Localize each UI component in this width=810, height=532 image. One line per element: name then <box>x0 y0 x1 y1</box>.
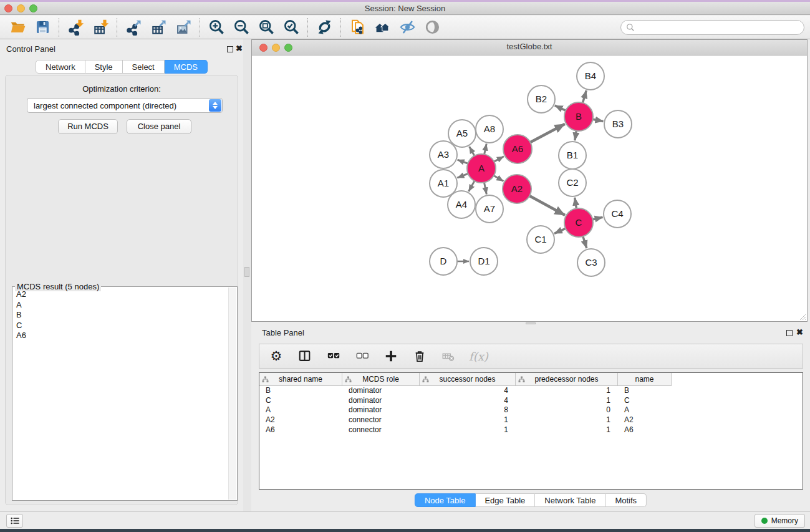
table-cell[interactable]: connector <box>342 425 420 435</box>
table-row[interactable]: Bdominator41B <box>259 386 803 396</box>
tab-network[interactable]: Network <box>36 60 85 74</box>
status-bar: Memory <box>0 511 810 529</box>
table-cell[interactable]: C <box>618 396 672 406</box>
delete-table-icon[interactable] <box>440 348 456 364</box>
graph-node-label-B3: B3 <box>612 118 624 129</box>
table-cell[interactable]: dominator <box>342 405 420 415</box>
criterion-dropdown[interactable]: largest connected component (directed) <box>27 98 223 113</box>
run-mcds-button[interactable]: Run MCDS <box>58 119 118 134</box>
table-cell[interactable]: A6 <box>618 425 672 435</box>
task-history-button[interactable] <box>6 514 23 528</box>
table-cell[interactable]: B <box>618 386 672 396</box>
table-cell[interactable]: connector <box>342 415 420 425</box>
import-network-button[interactable] <box>63 17 88 38</box>
zoom-in-button[interactable] <box>204 17 229 38</box>
tab-network-table[interactable]: Network Table <box>535 493 605 507</box>
float-table-panel-icon[interactable] <box>786 330 793 336</box>
result-list-item[interactable]: A2 <box>12 289 228 300</box>
table-cell[interactable]: 1 <box>420 425 516 435</box>
table-mode-icon[interactable]: ⚙ <box>268 348 284 364</box>
show-columns-icon[interactable] <box>297 348 313 364</box>
table-cell[interactable]: 0 <box>516 405 618 415</box>
memory-label: Memory <box>771 516 798 525</box>
table-cell[interactable]: 1 <box>516 425 618 435</box>
network-view-window: testGlobe.txt A5A8A6A3AA1A2A4A7B2B4BB3B1… <box>251 39 808 322</box>
export-image-button[interactable] <box>171 17 196 38</box>
close-panel-button[interactable]: Close panel <box>127 119 191 134</box>
column-header-MCDS-role[interactable]: MCDS role <box>342 373 420 386</box>
resize-grip-icon[interactable] <box>798 312 806 321</box>
graph-node-label-A8: A8 <box>484 123 495 134</box>
result-list-scrollbar[interactable] <box>228 288 236 500</box>
vertical-split-divider[interactable] <box>243 39 251 511</box>
zoom-selected-button[interactable] <box>279 17 304 38</box>
memory-button[interactable]: Memory <box>755 514 805 528</box>
close-panel-icon[interactable]: ✖ <box>236 44 243 53</box>
result-list-item[interactable]: C <box>12 321 228 331</box>
table-cell[interactable]: A <box>618 405 672 415</box>
open-session-button[interactable] <box>5 17 30 38</box>
tab-motifs[interactable]: Motifs <box>605 493 647 507</box>
result-list-item[interactable]: A <box>12 300 228 311</box>
table-cell[interactable]: 4 <box>420 386 516 396</box>
mcds-tab-content: Optimization criterion: largest connecte… <box>5 75 238 505</box>
divider-handle[interactable] <box>526 322 536 324</box>
table-row[interactable]: Adominator80A <box>259 405 803 415</box>
select-all-icon[interactable] <box>325 348 342 364</box>
table-cell[interactable]: 4 <box>420 396 516 406</box>
divider-handle[interactable] <box>244 267 249 277</box>
table-row[interactable]: A6connector11A6 <box>259 425 803 435</box>
table-cell[interactable]: 1 <box>516 396 618 406</box>
new-network-from-selection-button[interactable] <box>345 17 370 38</box>
table-row[interactable]: Cdominator41C <box>259 396 803 406</box>
result-list-item[interactable]: A6 <box>12 331 228 341</box>
network-canvas[interactable]: A5A8A6A3AA1A2A4A7B2B4BB3B1C2CC4C1C3DD1 <box>252 56 807 321</box>
column-header-name[interactable]: name <box>618 373 672 386</box>
table-cell[interactable]: B <box>259 386 342 396</box>
home-button[interactable] <box>370 17 395 38</box>
close-table-panel-icon[interactable]: ✖ <box>796 327 803 337</box>
zoom-fit-icon <box>258 19 275 36</box>
float-panel-icon[interactable] <box>227 46 233 52</box>
table-cell[interactable]: 1 <box>516 386 618 396</box>
zoom-out-button[interactable] <box>229 17 254 38</box>
toolbar-separator <box>307 18 308 37</box>
import-table-button[interactable] <box>88 17 113 38</box>
graph-node-label-B1: B1 <box>567 150 578 160</box>
export-table-button[interactable] <box>146 17 171 38</box>
result-list-item[interactable]: B <box>12 310 228 321</box>
search-input[interactable] <box>638 21 804 34</box>
table-cell[interactable]: A2 <box>259 415 342 425</box>
table-cell[interactable]: dominator <box>342 386 420 396</box>
deselect-all-icon[interactable] <box>354 348 370 364</box>
network-window-title: testGlobe.txt <box>252 42 807 51</box>
function-builder-icon[interactable]: f(x) <box>469 348 488 364</box>
table-row[interactable]: A2connector11A2 <box>259 415 803 425</box>
table-cell[interactable]: A6 <box>259 425 342 435</box>
table-cell[interactable]: 1 <box>420 415 516 425</box>
table-cell[interactable]: 8 <box>420 405 516 415</box>
table-cell[interactable]: dominator <box>342 396 420 406</box>
search-field[interactable] <box>620 20 804 35</box>
tab-mcds[interactable]: MCDS <box>165 60 208 74</box>
birds-eye-view-icon <box>424 19 441 36</box>
apply-preferred-layout-button[interactable] <box>312 17 337 38</box>
table-cell[interactable]: A2 <box>618 415 672 425</box>
delete-columns-icon[interactable] <box>412 348 428 364</box>
tab-edge-table[interactable]: Edge Table <box>475 493 535 507</box>
save-session-button[interactable] <box>30 17 55 38</box>
table-cell[interactable]: C <box>259 396 342 406</box>
tab-select[interactable]: Select <box>123 60 165 74</box>
tab-node-table[interactable]: Node Table <box>415 493 476 507</box>
column-header-successor-nodes[interactable]: successor nodes <box>420 373 516 386</box>
birds-eye-view-button[interactable] <box>420 17 445 38</box>
table-cell[interactable]: 1 <box>516 415 618 425</box>
create-column-icon[interactable] <box>383 348 399 364</box>
column-header-predecessor-nodes[interactable]: predecessor nodes <box>516 373 618 386</box>
table-cell[interactable]: A <box>259 405 342 415</box>
tab-style[interactable]: Style <box>85 60 123 74</box>
column-header-shared-name[interactable]: shared name <box>259 373 342 386</box>
zoom-fit-button[interactable] <box>254 17 279 38</box>
export-network-button[interactable] <box>121 17 146 38</box>
show-hide-graphics-details-button[interactable] <box>395 17 420 38</box>
